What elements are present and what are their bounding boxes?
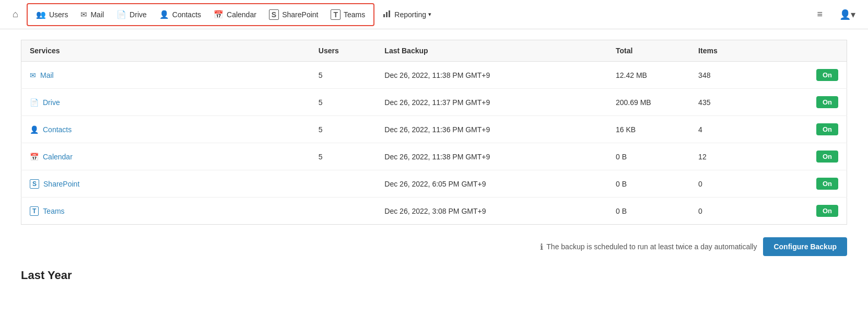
- last-year-heading: Last Year: [21, 269, 847, 282]
- table-row: 📄 Drive 5 Dec 26, 2022, 11:37 PM GMT+9 2…: [21, 89, 847, 116]
- home-icon[interactable]: ⌂: [8, 5, 22, 24]
- table-body: ✉ Mail 5 Dec 26, 2022, 11:38 PM GMT+9 12…: [21, 62, 847, 225]
- table-row: 📅 Calendar 5 Dec 26, 2022, 11:38 PM GMT+…: [21, 143, 847, 170]
- col-header-services: Services: [21, 40, 310, 62]
- table-row: S SharePoint Dec 26, 2022, 6:05 PM GMT+9…: [21, 170, 847, 198]
- main-content: Services Users Last Backup Total Items ✉…: [0, 29, 868, 293]
- calendar-icon: 📅: [214, 10, 224, 19]
- contacts-icon: 👤: [30, 125, 39, 134]
- nav-item-teams[interactable]: T Teams: [324, 5, 371, 24]
- user-icon[interactable]: 👤▾: [835, 5, 860, 25]
- service-users: [310, 198, 376, 225]
- service-last-backup: Dec 26, 2022, 11:38 PM GMT+9: [376, 143, 607, 170]
- svg-rect-2: [389, 10, 390, 17]
- service-name: Teams: [43, 207, 64, 215]
- status-badge: On: [816, 151, 838, 163]
- drive-icon: 📄: [30, 98, 39, 107]
- service-users: 5: [310, 143, 376, 170]
- sharepoint-icon: S: [30, 179, 39, 189]
- service-total: 0 B: [607, 170, 690, 198]
- navbar-right: ≡ 👤▾: [813, 5, 860, 25]
- status-badge: On: [816, 205, 838, 217]
- service-link-sharepoint[interactable]: S SharePoint: [30, 179, 302, 189]
- svg-rect-0: [383, 14, 385, 17]
- nav-item-calendar[interactable]: 📅 Calendar: [207, 6, 263, 24]
- sharepoint-icon: S: [269, 9, 279, 20]
- service-items: 12: [690, 143, 756, 170]
- service-total: 16 KB: [607, 116, 690, 143]
- service-name: Contacts: [43, 125, 72, 134]
- service-total: 12.42 MB: [607, 62, 690, 89]
- service-last-backup: Dec 26, 2022, 11:37 PM GMT+9: [376, 89, 607, 116]
- nav-item-sharepoint[interactable]: S SharePoint: [263, 5, 325, 24]
- nav-group: 👥 Users ✉ Mail 📄 Drive 👤 Contacts 📅 Cale…: [27, 3, 374, 26]
- service-last-backup: Dec 26, 2022, 11:38 PM GMT+9: [376, 62, 607, 89]
- service-name: SharePoint: [43, 180, 79, 188]
- status-badge: On: [816, 178, 838, 190]
- service-total: 200.69 MB: [607, 89, 690, 116]
- nav-item-mail[interactable]: ✉ Mail: [74, 6, 110, 24]
- nav-item-reporting[interactable]: Reporting ▾: [377, 5, 438, 24]
- svg-rect-1: [386, 12, 388, 17]
- service-link-contacts[interactable]: 👤 Contacts: [30, 125, 302, 134]
- service-total: 0 B: [607, 198, 690, 225]
- status-badge: On: [816, 123, 838, 135]
- service-last-backup: Dec 26, 2022, 11:36 PM GMT+9: [376, 116, 607, 143]
- nav-item-contacts[interactable]: 👤 Contacts: [153, 6, 207, 24]
- service-items: 0: [690, 170, 756, 198]
- backup-info-text: ℹ The backup is scheduled to run at leas…: [540, 242, 757, 252]
- service-last-backup: Dec 26, 2022, 6:05 PM GMT+9: [376, 170, 607, 198]
- col-header-items: Items: [690, 40, 756, 62]
- col-header-total: Total: [607, 40, 690, 62]
- mail-icon: ✉: [30, 71, 36, 79]
- service-link-mail[interactable]: ✉ Mail: [30, 71, 302, 79]
- service-items: 435: [690, 89, 756, 116]
- drive-icon: 📄: [116, 10, 126, 19]
- service-name: Calendar: [43, 153, 73, 161]
- reporting-icon: [383, 9, 391, 19]
- service-link-calendar[interactable]: 📅 Calendar: [30, 153, 302, 161]
- service-users: 5: [310, 116, 376, 143]
- service-items: 4: [690, 116, 756, 143]
- users-icon: 👥: [36, 10, 46, 19]
- service-name: Mail: [40, 71, 54, 79]
- contacts-icon: 👤: [159, 10, 169, 19]
- teams-icon: T: [331, 9, 341, 20]
- services-table: Services Users Last Backup Total Items ✉…: [21, 40, 847, 225]
- info-icon: ℹ: [540, 242, 543, 252]
- backup-note: ℹ The backup is scheduled to run at leas…: [21, 233, 847, 260]
- col-header-users: Users: [310, 40, 376, 62]
- service-users: [310, 170, 376, 198]
- col-header-status: [756, 40, 847, 62]
- service-items: 0: [690, 198, 756, 225]
- service-users: 5: [310, 62, 376, 89]
- table-header: Services Users Last Backup Total Items: [21, 40, 847, 62]
- service-last-backup: Dec 26, 2022, 3:08 PM GMT+9: [376, 198, 607, 225]
- service-items: 348: [690, 62, 756, 89]
- table-row: 👤 Contacts 5 Dec 26, 2022, 11:36 PM GMT+…: [21, 116, 847, 143]
- status-badge: On: [816, 96, 838, 108]
- teams-icon: T: [30, 206, 39, 216]
- status-badge: On: [816, 69, 838, 81]
- table-row: T Teams Dec 26, 2022, 3:08 PM GMT+9 0 B …: [21, 198, 847, 225]
- mail-icon: ✉: [80, 10, 87, 19]
- service-users: 5: [310, 89, 376, 116]
- service-total: 0 B: [607, 143, 690, 170]
- reporting-caret: ▾: [428, 11, 431, 18]
- nav-item-drive[interactable]: 📄 Drive: [110, 6, 153, 24]
- navbar: ⌂ 👥 Users ✉ Mail 📄 Drive 👤 Contacts 📅 Ca…: [0, 0, 868, 29]
- col-header-lastbackup: Last Backup: [376, 40, 607, 62]
- service-name: Drive: [43, 98, 60, 107]
- calendar-icon: 📅: [30, 153, 39, 161]
- hamburger-icon[interactable]: ≡: [813, 5, 827, 24]
- service-link-drive[interactable]: 📄 Drive: [30, 98, 302, 107]
- nav-item-users[interactable]: 👥 Users: [30, 6, 75, 24]
- table-row: ✉ Mail 5 Dec 26, 2022, 11:38 PM GMT+9 12…: [21, 62, 847, 89]
- configure-backup-button[interactable]: Configure Backup: [763, 237, 847, 256]
- service-link-teams[interactable]: T Teams: [30, 206, 302, 216]
